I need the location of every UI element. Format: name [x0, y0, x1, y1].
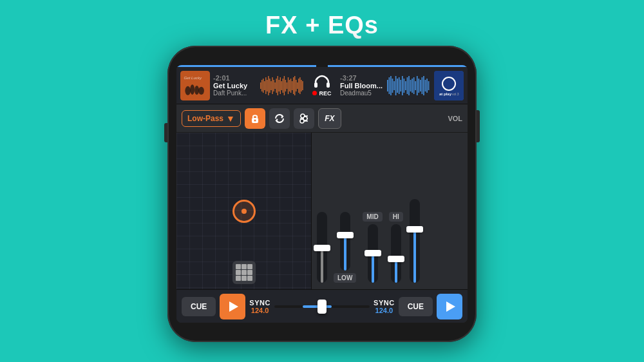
waveform-left — [260, 73, 304, 98]
vol-label: VOL — [448, 115, 462, 122]
svg-rect-44 — [392, 79, 393, 93]
vol-fader-track[interactable] — [410, 199, 420, 283]
page-title: FX + EQs — [265, 12, 379, 39]
fx-button[interactable]: FX — [318, 108, 341, 129]
hi-fader-handle[interactable] — [388, 256, 404, 262]
svg-rect-16 — [273, 80, 274, 91]
svg-point-78 — [300, 119, 304, 123]
svg-rect-43 — [390, 76, 392, 95]
cue-button-right[interactable]: CUE — [399, 297, 433, 316]
grid-button[interactable] — [232, 261, 256, 284]
sync-right: SYNC 124.0 — [374, 299, 395, 314]
sync-bpm-right: 124.0 — [375, 307, 393, 314]
filter-dropdown[interactable]: Low-Pass ▼ — [182, 110, 241, 127]
sync-label-right: SYNC — [374, 299, 395, 307]
svg-rect-45 — [393, 81, 395, 90]
chevron-down-icon: ▼ — [226, 113, 235, 124]
deck-time-left: -2:01 — [213, 74, 257, 82]
svg-point-1 — [185, 86, 191, 95]
svg-text:vol.3: vol.3 — [452, 92, 459, 96]
svg-rect-8 — [263, 79, 263, 93]
hi-fader-group: HI — [389, 212, 403, 283]
play-icon-left — [229, 301, 238, 312]
svg-rect-58 — [415, 81, 416, 90]
svg-rect-20 — [279, 80, 279, 91]
svg-rect-54 — [408, 76, 410, 95]
svg-rect-34 — [297, 82, 298, 89]
svg-point-72 — [254, 119, 256, 121]
svg-rect-27 — [288, 77, 289, 94]
low-label: LOW — [334, 273, 356, 283]
pitch-slider[interactable] — [274, 303, 370, 310]
svg-rect-30 — [292, 81, 292, 90]
svg-rect-18 — [276, 79, 276, 93]
xy-pad[interactable] — [176, 133, 312, 289]
svg-rect-26 — [287, 82, 287, 89]
sync-left: SYNC 124.0 — [249, 299, 270, 314]
mid-fader-group: MID — [363, 212, 382, 283]
svg-rect-9 — [264, 81, 265, 90]
svg-rect-12 — [268, 76, 269, 95]
svg-rect-39 — [314, 82, 317, 88]
deck-artist-left: Daft Punk... — [213, 90, 257, 97]
svg-rect-29 — [290, 79, 291, 93]
phone-body: Get Lucky -2:01 Get Lucky Daft Punk... — [167, 46, 477, 342]
svg-rect-6 — [260, 82, 261, 89]
deck-right: -3:27 Full Bloom... Deadmau5 — [336, 67, 468, 104]
album-art-left: Get Lucky — [180, 71, 210, 100]
phone-screen: Get Lucky -2:01 Get Lucky Daft Punk... — [176, 65, 468, 323]
pitch-handle[interactable] — [317, 300, 327, 314]
svg-text:at play: at play — [439, 92, 452, 96]
low-fader-handle[interactable] — [337, 232, 354, 238]
svg-rect-55 — [410, 80, 412, 91]
mid-fader-track[interactable] — [368, 224, 378, 283]
album-art-right: at play vol.3 — [434, 71, 464, 100]
vol-fader-handle[interactable] — [406, 226, 423, 233]
svg-rect-14 — [270, 81, 271, 90]
hi-fader-track[interactable] — [391, 224, 401, 283]
cue-button-left[interactable]: CUE — [182, 297, 216, 316]
play-button-right[interactable] — [437, 294, 462, 319]
svg-point-2 — [190, 84, 194, 95]
center-fader-track[interactable] — [317, 212, 327, 283]
svg-rect-49 — [400, 80, 401, 91]
main-area: LOW MID HI — [176, 133, 468, 289]
svg-rect-46 — [395, 76, 397, 95]
sync-label-left: SYNC — [249, 299, 270, 307]
low-fader-track[interactable] — [340, 212, 350, 271]
deck-track-left: Get Lucky — [213, 82, 257, 90]
phone-power-button — [477, 110, 480, 142]
progress-bar-right — [328, 65, 468, 67]
play-button-left[interactable] — [220, 294, 245, 319]
svg-rect-61 — [420, 80, 421, 91]
deck-left: Get Lucky -2:01 Get Lucky Daft Punk... — [176, 67, 308, 104]
waveform-right — [387, 73, 431, 98]
svg-rect-65 — [426, 79, 428, 93]
svg-rect-56 — [412, 79, 413, 93]
svg-rect-24 — [284, 76, 285, 95]
eq-button[interactable] — [294, 108, 314, 129]
svg-rect-40 — [327, 82, 330, 88]
filter-label: Low-Pass — [187, 114, 223, 123]
svg-rect-57 — [413, 77, 415, 94]
progress-bar-left — [176, 65, 316, 67]
svg-rect-28 — [289, 80, 290, 91]
svg-rect-21 — [280, 77, 281, 94]
svg-rect-7 — [261, 80, 262, 91]
svg-text:Get Lucky: Get Lucky — [184, 75, 202, 80]
center-fader-handle[interactable] — [314, 245, 330, 251]
deck-time-right: -3:27 — [340, 74, 384, 82]
svg-rect-17 — [274, 82, 275, 89]
lock-button[interactable] — [245, 108, 265, 129]
svg-rect-67 — [434, 71, 464, 100]
mid-fader-handle[interactable] — [365, 250, 381, 256]
svg-rect-42 — [389, 77, 390, 94]
svg-rect-41 — [387, 80, 388, 91]
deck-row: Get Lucky -2:01 Get Lucky Daft Punk... — [176, 67, 468, 104]
rotate-button[interactable] — [269, 108, 290, 129]
svg-rect-59 — [417, 76, 418, 95]
mid-label: MID — [363, 212, 382, 222]
deck-center: REC — [308, 67, 336, 104]
svg-rect-23 — [283, 79, 283, 93]
svg-rect-62 — [422, 77, 423, 94]
